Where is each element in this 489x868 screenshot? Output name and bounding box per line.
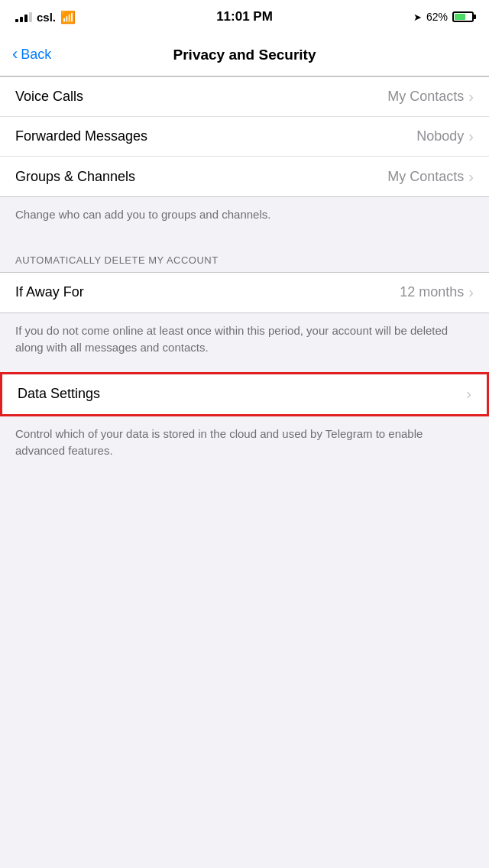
privacy-settings-group: Voice Calls My Contacts › Forwarded Mess… bbox=[0, 76, 489, 197]
status-bar: csl. 📶 11:01 PM ➤ 62% bbox=[0, 0, 489, 34]
forwarded-messages-row[interactable]: Forwarded Messages Nobody › bbox=[0, 117, 489, 157]
status-time: 11:01 PM bbox=[216, 9, 273, 24]
status-right: ➤ 62% bbox=[413, 11, 474, 23]
if-away-for-row[interactable]: If Away For 12 months › bbox=[0, 273, 489, 313]
voice-calls-chevron-icon: › bbox=[468, 88, 474, 105]
data-settings-highlight: Data Settings › bbox=[0, 372, 489, 416]
if-away-value: 12 months bbox=[400, 284, 464, 300]
groups-channels-row[interactable]: Groups & Channels My Contacts › bbox=[0, 157, 489, 196]
status-left: csl. 📶 bbox=[15, 10, 76, 24]
privacy-settings-section: Voice Calls My Contacts › Forwarded Mess… bbox=[0, 76, 489, 475]
if-away-chevron-icon: › bbox=[468, 283, 474, 301]
nav-bar: ‹ Back Privacy and Security bbox=[0, 34, 489, 76]
data-settings-value-container: › bbox=[466, 385, 471, 403]
voice-calls-value-container: My Contacts › bbox=[387, 88, 474, 105]
wifi-icon: 📶 bbox=[60, 10, 76, 24]
carrier-label: csl. bbox=[37, 11, 56, 24]
voice-calls-row[interactable]: Voice Calls My Contacts › bbox=[0, 77, 489, 117]
auto-delete-group: If Away For 12 months › bbox=[0, 272, 489, 313]
signal-icon bbox=[15, 11, 32, 22]
groups-channels-label: Groups & Channels bbox=[15, 169, 135, 185]
back-chevron-icon: ‹ bbox=[12, 46, 18, 63]
forwarded-messages-value: Nobody bbox=[416, 128, 464, 144]
page-title: Privacy and Security bbox=[173, 47, 316, 63]
location-icon: ➤ bbox=[413, 11, 422, 23]
voice-calls-label: Voice Calls bbox=[15, 89, 83, 105]
forwarded-messages-chevron-icon: › bbox=[468, 128, 474, 145]
auto-delete-header: AUTOMATICALLY DELETE MY ACCOUNT bbox=[0, 239, 489, 272]
data-settings-row[interactable]: Data Settings › bbox=[2, 374, 487, 414]
groups-channels-chevron-icon: › bbox=[468, 168, 474, 186]
forwarded-messages-label: Forwarded Messages bbox=[15, 128, 147, 144]
data-settings-label: Data Settings bbox=[18, 386, 100, 402]
back-label: Back bbox=[21, 47, 51, 63]
if-away-value-container: 12 months › bbox=[400, 283, 474, 301]
forwarded-messages-value-container: Nobody › bbox=[416, 128, 474, 145]
back-button[interactable]: ‹ Back bbox=[12, 47, 51, 63]
data-settings-footer: Control which of your data is stored in … bbox=[0, 416, 489, 475]
voice-calls-value: My Contacts bbox=[387, 89, 464, 105]
groups-footer: Change who can add you to groups and cha… bbox=[0, 197, 489, 239]
groups-channels-value-container: My Contacts › bbox=[387, 168, 474, 186]
if-away-for-label: If Away For bbox=[15, 284, 84, 300]
battery-icon bbox=[452, 11, 474, 22]
battery-percentage: 62% bbox=[426, 11, 448, 23]
groups-channels-value: My Contacts bbox=[387, 169, 464, 185]
auto-delete-footer: If you do not come online at least once … bbox=[0, 313, 489, 372]
data-settings-chevron-icon: › bbox=[466, 385, 471, 403]
